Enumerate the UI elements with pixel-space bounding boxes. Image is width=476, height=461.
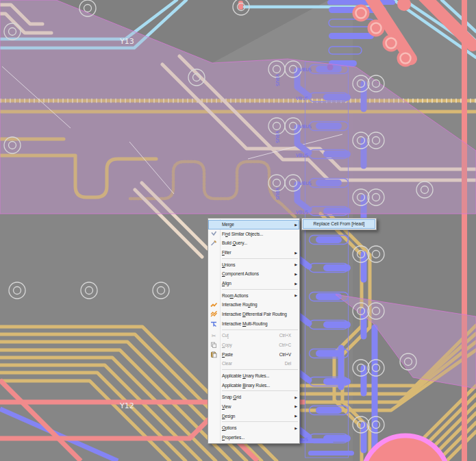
vbus-label-vertical: VBUS [275,131,280,143]
vbus-label-vertical: VBUS [275,74,280,86]
menu-item-interactive-differential-pair-routing[interactable]: Interactive Differential Pair Routing [208,310,299,319]
submenu-arrow-icon: ▶ [295,272,297,275]
blank-icon [210,270,218,277]
copy-icon [210,341,218,349]
menu-item-applicable-binary-rules[interactable]: Applicable Binary Rules... [208,380,299,390]
menu-item-merge[interactable]: Merge ▶ [208,220,299,229]
blank-icon [210,221,218,228]
submenu-arrow-icon: ▶ [295,426,297,429]
cut-icon: ✂ [210,332,218,339]
submenu-arrow-icon: ▶ [295,282,297,285]
menu-item-align[interactable]: Align ▶ [208,279,299,288]
blank-icon [210,261,218,269]
blank-icon [210,372,218,379]
submenu-arrow-icon: ▶ [295,405,297,408]
menu-separator [222,258,298,259]
menu-item-applicable-unary-rules[interactable]: Applicable Unary Rules... [208,371,299,381]
menu-item-unions[interactable]: Unions ▶ [208,260,299,270]
menu-item-properties[interactable]: Properties... [208,433,299,443]
menu-item-view[interactable]: View ▶ [208,402,299,412]
submenu-arrow-icon: ▶ [295,395,297,399]
submenu-arrow-icon: ▶ [295,294,297,297]
grid-label-y13: Y13 [119,37,134,46]
find-similar-icon [210,230,218,238]
menu-separator [222,289,298,290]
vbus-label: VBUS [299,67,312,73]
merge-submenu: Replace Cell From [Head] [301,218,377,230]
menu-item-copy[interactable]: Copy Ctrl+C [208,340,299,350]
menu-item-paste[interactable]: Paste Ctrl+V [208,349,299,359]
vbus-label: VBUS [296,210,308,215]
menu-separator [222,421,298,422]
menu-item-room-actions[interactable]: Room Actions ▶ [208,291,299,301]
submenu-arrow-icon: ▶ [295,263,297,266]
submenu-item-replace-cell-from-head[interactable]: Replace Cell From [Head] [303,219,375,229]
paste-icon [210,351,218,358]
blank-icon [210,279,218,287]
blank-icon [210,292,218,299]
submenu-arrow-icon: ▶ [295,251,297,254]
menu-item-clear[interactable]: Clear Del [208,359,299,369]
vbus-label: VBUS [296,96,308,101]
build-query-icon [210,239,218,247]
menu-item-interactive-routing[interactable]: Interactive Routing [208,300,299,310]
grid-label-y12: Y12 [119,401,134,410]
blank-icon [210,412,218,420]
blank-icon [210,249,218,256]
menu-separator [222,369,298,370]
blank-icon [210,360,218,367]
menu-item-filter[interactable]: Filter ▶ [208,248,299,258]
submenu-arrow-icon: ▶ [295,223,297,226]
interactive-differential-pair-routing-icon [210,310,218,318]
menu-item-design[interactable]: Design ▶ [208,411,299,421]
menu-item-options[interactable]: Options ▶ [208,423,299,433]
vbus-label: VBUS [296,153,308,158]
vbus-label: VBUS [299,124,312,129]
submenu-arrow-icon: ▶ [295,414,297,418]
blank-icon [210,382,218,389]
menu-item-find-similar-objects[interactable]: Find Similar Objects... [208,229,299,239]
blank-icon [210,393,218,401]
menu-item-cut[interactable]: ✂ Cut Ctrl+X [208,331,299,340]
blank-icon [210,424,218,432]
pcb-editor-window: VBUS VBUS VBUS VBUS VBUS VBUS VBUS VBUS … [0,0,476,461]
menu-item-build-query[interactable]: Build Query... [208,238,299,248]
menu-separator [222,390,298,391]
menu-item-interactive-multi-routing[interactable]: Interactive Multi-Routing [208,319,299,328]
menu-separator [222,329,298,330]
blank-icon [210,434,218,441]
interactive-multi-routing-icon [210,320,218,327]
vbus-label-vertical: VBUS [275,188,280,200]
menu-item-snap-grid[interactable]: Snap Grid ▶ [208,393,299,402]
blank-icon [210,403,218,410]
menu-item-component-actions[interactable]: Component Actions ▶ [208,269,299,279]
interactive-routing-icon [210,301,218,308]
vbus-label: VBUS [299,181,312,186]
context-menu: Merge ▶ Find Similar Objects... Build Qu… [208,218,300,444]
